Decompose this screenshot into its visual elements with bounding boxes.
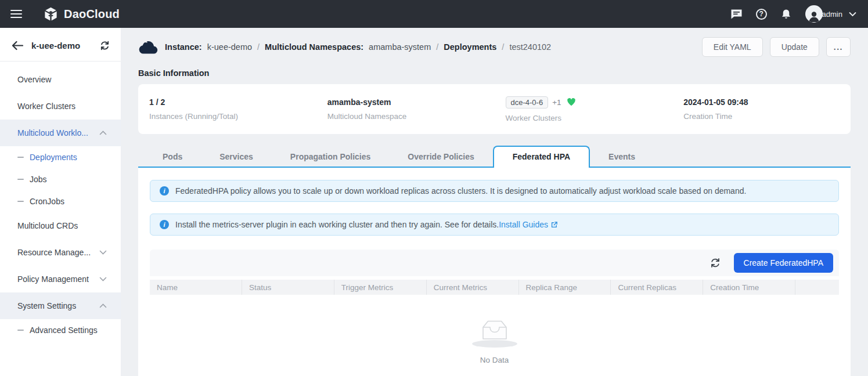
field-worker-clusters: dce-4-0-6 +1 Worker Clusters [495, 96, 673, 122]
no-data-text: No Data [480, 356, 509, 364]
column-current-metrics: Current Metrics [426, 280, 518, 295]
column-replica-range: Replica Range [518, 280, 611, 295]
update-button[interactable]: Update [770, 37, 819, 57]
install-guides-link[interactable]: Install Guides [499, 220, 558, 229]
banner-text: Install the metrics-server plugin in eac… [175, 220, 558, 229]
breadcrumb-namespaces-label: Multicloud Namespaces: [265, 42, 363, 52]
sidebar-item-multicloud-crds[interactable]: Multicloud CRDs [0, 212, 121, 239]
info-banner-metrics-server: i Install the metrics-server plugin in e… [150, 214, 839, 236]
brand-name: DaoCloud [64, 8, 120, 21]
sidebar-item-advanced-settings[interactable]: Advanced Settings [0, 319, 121, 341]
column-creation-time: Creation Time [703, 280, 795, 295]
banner-text: FederatedHPA policy allows you to scale … [175, 186, 746, 196]
main-content: Instance: k-uee-demo / Multicloud Namesp… [121, 28, 868, 376]
subitem-dash [17, 330, 24, 331]
tab-services[interactable]: Services [201, 147, 272, 167]
basic-information-title: Basic Information [138, 68, 851, 78]
edit-yaml-button[interactable]: Edit YAML [702, 37, 763, 57]
sidebar-item-deployments[interactable]: Deployments [0, 146, 121, 168]
sidebar-item-policy-management[interactable]: Policy Management [0, 266, 121, 292]
basic-information-card: 1 / 2 Instances (Running/Total) amamba-s… [138, 84, 851, 134]
health-heart-icon [567, 98, 576, 106]
breadcrumb-instance-label: Instance: [165, 42, 202, 52]
chevron-down-icon [99, 277, 107, 281]
column-status: Status [242, 280, 334, 295]
subitem-dash [17, 157, 24, 158]
cluster-more-count[interactable]: +1 [552, 98, 561, 107]
messages-icon[interactable] [730, 9, 743, 20]
sidebar-item-resource-management[interactable]: Resource Manage... [0, 239, 121, 266]
chevron-down-icon [99, 250, 107, 255]
refresh-icon[interactable] [707, 255, 723, 271]
sidebar-item-cronjobs[interactable]: CronJobs [0, 190, 121, 212]
sidebar-item-worker-clusters[interactable]: Worker Clusters [0, 93, 121, 120]
create-federatedhpa-button[interactable]: Create FederatedHPA [734, 253, 833, 273]
breadcrumb-namespace-value[interactable]: amamba-system [369, 42, 431, 52]
tab-propagation-policies[interactable]: Propagation Policies [272, 147, 389, 167]
top-navbar: DaoCloud ? admin [0, 0, 868, 28]
sidebar-item-multicloud-workloads[interactable]: Multicloud Worklo... [0, 120, 121, 146]
notifications-bell-icon[interactable] [780, 8, 792, 20]
field-namespace: amamba-system Multicloud Namespace [316, 97, 495, 121]
chevron-up-icon [99, 131, 107, 135]
breadcrumb-deployments-label[interactable]: Deployments [444, 42, 496, 52]
column-current-replicas: Current Replicas [610, 280, 703, 295]
divider [0, 61, 121, 62]
more-actions-button[interactable]: ... [826, 37, 851, 57]
table-header: Name Status Trigger Metrics Current Metr… [150, 280, 839, 295]
question-mark-glyph: ? [756, 9, 767, 20]
subitem-dash [17, 179, 24, 180]
cloud-icon [138, 40, 158, 55]
chevron-up-icon [99, 303, 107, 308]
help-icon[interactable]: ? [756, 9, 767, 20]
cluster-badge[interactable]: dce-4-0-6 [506, 96, 549, 109]
menu-hamburger-icon[interactable] [10, 10, 22, 18]
column-actions [795, 280, 839, 295]
empty-tray-icon [476, 316, 514, 345]
table-toolbar: Create FederatedHPA [150, 250, 839, 276]
info-icon: i [160, 220, 169, 229]
tab-pods[interactable]: Pods [144, 147, 201, 167]
detail-tabs: Pods Services Propagation Policies Overr… [138, 146, 851, 168]
sidebar-item-jobs[interactable]: Jobs [0, 168, 121, 190]
info-banner-policy: i FederatedHPA policy allows you to scal… [150, 180, 839, 202]
breadcrumb-current-resource: test240102 [509, 42, 551, 52]
tab-override-policies[interactable]: Override Policies [389, 147, 492, 167]
tab-federated-hpa[interactable]: Federated HPA [493, 146, 590, 168]
empty-state: No Data [150, 316, 839, 364]
sidebar-item-system-settings[interactable]: System Settings [0, 292, 121, 319]
user-name: admin [822, 10, 842, 19]
user-avatar [805, 5, 823, 23]
external-link-icon [550, 221, 558, 229]
federated-hpa-panel: i FederatedHPA policy allows you to scal… [138, 168, 851, 376]
sidebar: k-uee-demo Overview Worker Clusters Mult… [0, 28, 121, 376]
field-creation-time: 2024-01-05 09:48 Creation Time [672, 97, 851, 121]
info-icon: i [160, 186, 169, 196]
breadcrumb: Instance: k-uee-demo / Multicloud Namesp… [138, 36, 851, 58]
chevron-down-icon [849, 12, 856, 17]
brand-logo[interactable]: DaoCloud [43, 6, 120, 22]
field-instances: 1 / 2 Instances (Running/Total) [138, 97, 316, 121]
column-name: Name [150, 280, 242, 295]
switch-instance-icon[interactable] [99, 40, 110, 51]
daocloud-cube-icon [43, 6, 59, 22]
cluster-title: k-uee-demo [31, 41, 80, 50]
subitem-dash [17, 201, 24, 202]
tab-events[interactable]: Events [590, 147, 654, 167]
breadcrumb-instance-value[interactable]: k-uee-demo [207, 42, 252, 52]
back-arrow-icon[interactable] [12, 41, 23, 50]
sidebar-item-overview[interactable]: Overview [0, 66, 121, 93]
user-menu[interactable]: admin [805, 5, 856, 23]
column-trigger-metrics: Trigger Metrics [334, 280, 426, 295]
